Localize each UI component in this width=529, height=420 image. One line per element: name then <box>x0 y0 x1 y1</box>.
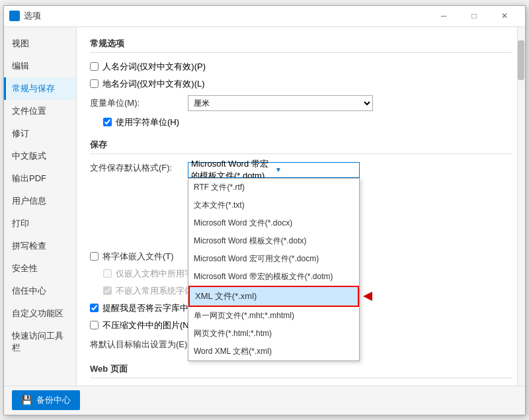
main-wrapper: 常规选项 人名分词(仅对中文有效)(P) 地名分词(仅对中文有效)(L) 度量单… <box>77 27 525 386</box>
sidebar-item-chinese[interactable]: 中文版式 <box>4 145 76 167</box>
sidebar-item-spelling[interactable]: 拼写检查 <box>4 235 76 257</box>
minimize-button[interactable]: ─ <box>428 5 459 26</box>
sidebar-item-trust[interactable]: 信任中心 <box>4 280 76 302</box>
sidebar-item-print[interactable]: 打印 <box>4 212 76 235</box>
title-bar: 选项 ─ □ ✕ <box>4 6 525 27</box>
measure-label: 度量单位(M): <box>90 97 183 109</box>
format-option-dotx[interactable]: Microsoft Word 模板文件(*.dotx) <box>188 232 359 250</box>
sidebar-item-userinfo[interactable]: 用户信息 <box>4 190 76 212</box>
close-button[interactable]: ✕ <box>489 5 520 26</box>
format-option-txt[interactable]: 文本文件(*.txt) <box>188 196 359 214</box>
web-section: Web 页面 Web 页面编码(W): 简体中文(GB18030) <box>90 363 512 386</box>
measure-row: 度量单位(M): 厘米 英寸 毫米 <box>90 95 512 111</box>
person-checkbox[interactable] <box>90 62 99 71</box>
measure-select[interactable]: 厘米 英寸 毫米 <box>188 95 373 111</box>
format-option-xml[interactable]: XML 文件(*.xml) <box>188 286 359 307</box>
backup-button[interactable]: 💾 备份中心 <box>12 390 80 410</box>
char-unit-checkbox[interactable] <box>103 118 112 126</box>
scrollbar-knob[interactable] <box>518 40 524 80</box>
char-unit-label: 使用字符单位(H) <box>116 116 179 128</box>
footer: 💾 备份中心 <box>4 386 525 415</box>
format-option-xmldoc[interactable]: Word XML 文档(*.xml) <box>188 343 359 360</box>
window-icon <box>9 11 20 21</box>
save-section: 保存 文件保存默认格式(F): Microsoft Word 带宏的模板文件(*… <box>90 139 512 353</box>
save-format-dropdown: RTF 文件(*.rtf) 文本文件(*.txt) Microsoft Word… <box>188 178 360 361</box>
sidebar-item-view[interactable]: 视图 <box>4 32 76 55</box>
person-label: 人名分词(仅对中文有效)(P) <box>102 61 206 73</box>
maximize-button[interactable]: □ <box>459 5 489 26</box>
save-format-row: 文件保存默认格式(F): Microsoft Word 带宏的模板文件(*.do… <box>90 162 512 178</box>
sidebar: 视图 编辑 常规与保存 文件位置 修订 中文版式 输出PDF 用户信息 打印 拼… <box>4 27 77 386</box>
cloud-remind-checkbox[interactable] <box>90 304 99 312</box>
embed-fonts-checkbox[interactable] <box>90 252 99 261</box>
xml-arrow-indicator <box>363 292 372 301</box>
place-checkbox[interactable] <box>90 79 99 88</box>
format-option-dotm[interactable]: Microsoft Word 带宏的模板文件(*.dotm) <box>188 268 359 286</box>
options-window: 选项 ─ □ ✕ 视图 编辑 常规与保存 文件位置 修订 中文版式 输出PDF … <box>3 5 526 415</box>
general-section-title: 常规选项 <box>90 38 512 53</box>
backup-label: 备份中心 <box>36 394 71 406</box>
format-option-rtf[interactable]: RTF 文件(*.rtf) <box>188 179 359 196</box>
sidebar-item-edit[interactable]: 编辑 <box>4 55 76 77</box>
dropdown-arrow-icon: ▼ <box>275 166 356 173</box>
place-label: 地名分词(仅对中文有效)(L) <box>102 78 205 90</box>
no-compress-checkbox[interactable] <box>90 321 99 329</box>
place-checkbox-row: 地名分词(仅对中文有效)(L) <box>90 78 512 90</box>
backup-icon: 💾 <box>21 395 32 405</box>
sidebar-item-revision[interactable]: 修订 <box>4 122 76 145</box>
window-content: 视图 编辑 常规与保存 文件位置 修订 中文版式 输出PDF 用户信息 打印 拼… <box>4 27 525 386</box>
sidebar-item-quickaccess[interactable]: 快速访问工具栏 <box>4 325 76 359</box>
sidebar-item-security[interactable]: 安全性 <box>4 257 76 280</box>
format-option-docm[interactable]: Microsoft Word 宏可用文件(*.docm) <box>188 250 359 268</box>
no-compress-label: 不压缩文件中的图片(N) <box>102 319 192 331</box>
window-title: 选项 <box>24 10 41 22</box>
sidebar-item-fileloc[interactable]: 文件位置 <box>4 100 76 122</box>
save-format-label: 文件保存默认格式(F): <box>90 162 183 174</box>
save-format-dropdown-container: Microsoft Word 带宏的模板文件(*.dotm) ▼ RTF 文件(… <box>188 162 360 178</box>
sidebar-item-general[interactable]: 常规与保存 <box>4 77 76 100</box>
format-option-html[interactable]: 网页文件(*.html;*.htm) <box>188 325 359 343</box>
save-section-title: 保存 <box>90 139 512 154</box>
no-embed-system-checkbox[interactable] <box>103 286 112 295</box>
title-controls: ─ □ ✕ <box>428 5 520 26</box>
person-checkbox-row: 人名分词(仅对中文有效)(P) <box>90 61 512 73</box>
sidebar-item-customize[interactable]: 自定义功能区 <box>4 302 76 325</box>
char-unit-row: 使用字符单位(H) <box>90 116 512 128</box>
format-option-mhtml[interactable]: 单一网页文件(*.mht;*.mhtml) <box>188 307 359 325</box>
title-bar-left: 选项 <box>9 10 41 22</box>
main-content: 常规选项 人名分词(仅对中文有效)(P) 地名分词(仅对中文有效)(L) 度量单… <box>77 27 525 386</box>
embed-only-checkbox[interactable] <box>103 269 112 278</box>
format-option-docx[interactable]: Microsoft Word 文件(*.docx) <box>188 214 359 232</box>
sidebar-item-outputpdf[interactable]: 输出PDF <box>4 167 76 190</box>
default-output-label: 将默认目标输出设置为(E): <box>90 339 190 351</box>
save-format-trigger[interactable]: Microsoft Word 带宏的模板文件(*.dotm) ▼ <box>188 162 360 178</box>
general-section: 常规选项 人名分词(仅对中文有效)(P) 地名分词(仅对中文有效)(L) 度量单… <box>90 38 512 128</box>
web-section-title: Web 页面 <box>90 363 512 378</box>
scrollbar-track <box>517 27 525 386</box>
embed-fonts-label: 将字体嵌入文件(T) <box>102 251 174 263</box>
